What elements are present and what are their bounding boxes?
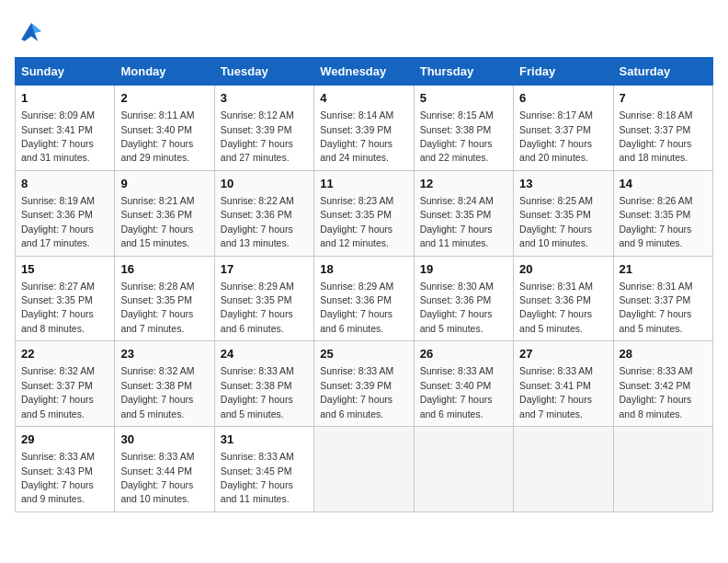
calendar-cell: 28 Sunrise: 8:33 AMSunset: 3:42 PMDaylig… <box>613 341 712 427</box>
weekday-header-thursday: Thursday <box>414 58 513 86</box>
calendar-cell: 5 Sunrise: 8:15 AMSunset: 3:38 PMDayligh… <box>414 86 513 171</box>
calendar-cell: 22 Sunrise: 8:32 AMSunset: 3:37 PMDaylig… <box>16 341 115 427</box>
day-info: Sunrise: 8:19 AMSunset: 3:36 PMDaylight:… <box>21 195 95 248</box>
day-number: 1 <box>21 90 108 107</box>
calendar-cell: 4 Sunrise: 8:14 AMSunset: 3:39 PMDayligh… <box>314 86 414 171</box>
day-number: 5 <box>420 90 507 107</box>
calendar-week-1: 1 Sunrise: 8:09 AMSunset: 3:41 PMDayligh… <box>16 86 713 171</box>
day-number: 11 <box>320 176 407 192</box>
calendar-cell: 2 Sunrise: 8:11 AMSunset: 3:40 PMDayligh… <box>115 86 214 171</box>
day-number: 31 <box>221 431 308 448</box>
weekday-header-saturday: Saturday <box>613 58 712 86</box>
day-info: Sunrise: 8:31 AMSunset: 3:37 PMDaylight:… <box>620 281 693 334</box>
day-number: 21 <box>620 261 707 278</box>
day-number: 6 <box>519 90 607 107</box>
calendar-cell: 29 Sunrise: 8:33 AMSunset: 3:43 PMDaylig… <box>16 427 115 512</box>
calendar-week-5: 29 Sunrise: 8:33 AMSunset: 3:43 PMDaylig… <box>16 427 713 512</box>
day-info: Sunrise: 8:33 AMSunset: 3:41 PMDaylight:… <box>519 365 593 419</box>
day-number: 8 <box>21 176 108 192</box>
day-number: 10 <box>221 176 308 192</box>
calendar-cell: 15 Sunrise: 8:27 AMSunset: 3:35 PMDaylig… <box>16 256 115 341</box>
day-info: Sunrise: 8:23 AMSunset: 3:35 PMDaylight:… <box>320 195 393 248</box>
day-number: 9 <box>120 176 208 192</box>
day-number: 4 <box>320 90 407 107</box>
day-info: Sunrise: 8:33 AMSunset: 3:42 PMDaylight:… <box>620 365 693 419</box>
calendar-cell: 23 Sunrise: 8:32 AMSunset: 3:38 PMDaylig… <box>115 341 214 427</box>
day-number: 30 <box>120 431 208 448</box>
weekday-header-monday: Monday <box>115 58 214 86</box>
day-info: Sunrise: 8:29 AMSunset: 3:35 PMDaylight:… <box>221 281 294 334</box>
day-info: Sunrise: 8:15 AMSunset: 3:38 PMDaylight:… <box>420 109 494 163</box>
calendar-cell <box>514 427 613 512</box>
calendar-cell: 14 Sunrise: 8:26 AMSunset: 3:35 PMDaylig… <box>613 170 712 256</box>
calendar-header: SundayMondayTuesdayWednesdayThursdayFrid… <box>16 58 713 86</box>
day-number: 23 <box>120 346 208 362</box>
logo-icon <box>15 15 48 48</box>
calendar-cell: 13 Sunrise: 8:25 AMSunset: 3:35 PMDaylig… <box>514 170 613 256</box>
calendar-table: SundayMondayTuesdayWednesdayThursdayFrid… <box>15 57 713 512</box>
day-number: 22 <box>21 346 108 362</box>
calendar-cell: 11 Sunrise: 8:23 AMSunset: 3:35 PMDaylig… <box>314 170 414 256</box>
day-number: 12 <box>420 176 507 192</box>
day-number: 28 <box>620 346 707 362</box>
day-info: Sunrise: 8:28 AMSunset: 3:35 PMDaylight:… <box>120 281 194 334</box>
calendar-cell: 6 Sunrise: 8:17 AMSunset: 3:37 PMDayligh… <box>514 86 613 171</box>
calendar-cell: 10 Sunrise: 8:22 AMSunset: 3:36 PMDaylig… <box>214 170 313 256</box>
calendar-cell: 24 Sunrise: 8:33 AMSunset: 3:38 PMDaylig… <box>214 341 313 427</box>
calendar-cell: 7 Sunrise: 8:18 AMSunset: 3:37 PMDayligh… <box>613 86 712 171</box>
svg-marker-0 <box>21 23 41 41</box>
calendar-cell: 12 Sunrise: 8:24 AMSunset: 3:35 PMDaylig… <box>414 170 513 256</box>
day-number: 3 <box>221 90 308 107</box>
weekday-header-row: SundayMondayTuesdayWednesdayThursdayFrid… <box>16 58 713 86</box>
day-info: Sunrise: 8:25 AMSunset: 3:35 PMDaylight:… <box>519 195 593 248</box>
day-info: Sunrise: 8:27 AMSunset: 3:35 PMDaylight:… <box>21 281 95 334</box>
calendar-week-4: 22 Sunrise: 8:32 AMSunset: 3:37 PMDaylig… <box>16 341 713 427</box>
day-info: Sunrise: 8:17 AMSunset: 3:37 PMDaylight:… <box>519 109 593 163</box>
calendar-body: 1 Sunrise: 8:09 AMSunset: 3:41 PMDayligh… <box>16 86 713 512</box>
day-number: 27 <box>519 346 607 362</box>
day-info: Sunrise: 8:32 AMSunset: 3:38 PMDaylight:… <box>120 365 194 419</box>
day-number: 17 <box>221 261 308 278</box>
day-info: Sunrise: 8:09 AMSunset: 3:41 PMDaylight:… <box>21 109 95 163</box>
day-info: Sunrise: 8:33 AMSunset: 3:44 PMDaylight:… <box>120 451 194 504</box>
calendar-cell: 9 Sunrise: 8:21 AMSunset: 3:36 PMDayligh… <box>115 170 214 256</box>
day-number: 26 <box>420 346 507 362</box>
page-header <box>15 15 713 48</box>
day-number: 7 <box>620 90 707 107</box>
day-info: Sunrise: 8:29 AMSunset: 3:36 PMDaylight:… <box>320 281 393 334</box>
weekday-header-tuesday: Tuesday <box>214 58 313 86</box>
calendar-cell: 21 Sunrise: 8:31 AMSunset: 3:37 PMDaylig… <box>613 256 712 341</box>
day-info: Sunrise: 8:33 AMSunset: 3:43 PMDaylight:… <box>21 451 95 504</box>
day-number: 24 <box>221 346 308 362</box>
day-number: 25 <box>320 346 407 362</box>
day-info: Sunrise: 8:33 AMSunset: 3:38 PMDaylight:… <box>221 365 294 419</box>
calendar-cell <box>414 427 513 512</box>
weekday-header-sunday: Sunday <box>16 58 115 86</box>
calendar-cell: 17 Sunrise: 8:29 AMSunset: 3:35 PMDaylig… <box>214 256 313 341</box>
calendar-cell: 8 Sunrise: 8:19 AMSunset: 3:36 PMDayligh… <box>16 170 115 256</box>
day-number: 14 <box>620 176 707 192</box>
calendar-cell <box>314 427 414 512</box>
day-info: Sunrise: 8:32 AMSunset: 3:37 PMDaylight:… <box>21 365 95 419</box>
calendar-week-2: 8 Sunrise: 8:19 AMSunset: 3:36 PMDayligh… <box>16 170 713 256</box>
day-info: Sunrise: 8:21 AMSunset: 3:36 PMDaylight:… <box>120 195 194 248</box>
weekday-header-wednesday: Wednesday <box>314 58 414 86</box>
day-info: Sunrise: 8:26 AMSunset: 3:35 PMDaylight:… <box>620 195 693 248</box>
day-info: Sunrise: 8:33 AMSunset: 3:39 PMDaylight:… <box>320 365 393 419</box>
day-info: Sunrise: 8:22 AMSunset: 3:36 PMDaylight:… <box>221 195 294 248</box>
logo <box>15 15 51 48</box>
day-info: Sunrise: 8:24 AMSunset: 3:35 PMDaylight:… <box>420 195 494 248</box>
day-number: 18 <box>320 261 407 278</box>
day-info: Sunrise: 8:12 AMSunset: 3:39 PMDaylight:… <box>221 109 294 163</box>
calendar-cell: 31 Sunrise: 8:33 AMSunset: 3:45 PMDaylig… <box>214 427 313 512</box>
day-number: 29 <box>21 431 108 448</box>
day-info: Sunrise: 8:33 AMSunset: 3:40 PMDaylight:… <box>420 365 494 419</box>
day-info: Sunrise: 8:30 AMSunset: 3:36 PMDaylight:… <box>420 281 494 334</box>
weekday-header-friday: Friday <box>514 58 613 86</box>
calendar-cell <box>613 427 712 512</box>
day-number: 19 <box>420 261 507 278</box>
day-number: 16 <box>120 261 208 278</box>
calendar-cell: 3 Sunrise: 8:12 AMSunset: 3:39 PMDayligh… <box>214 86 313 171</box>
calendar-cell: 20 Sunrise: 8:31 AMSunset: 3:36 PMDaylig… <box>514 256 613 341</box>
day-info: Sunrise: 8:33 AMSunset: 3:45 PMDaylight:… <box>221 451 294 504</box>
